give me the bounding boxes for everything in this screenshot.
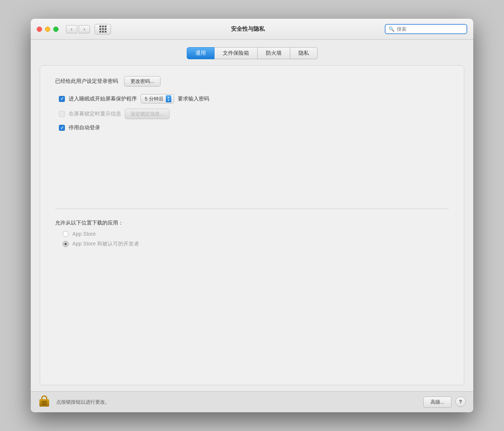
change-password-button[interactable]: 更改密码...: [124, 76, 160, 87]
radio-appstore-label: App Store: [72, 231, 96, 237]
allow-downloads-section: 允许从以下位置下载的应用： App Store App Store 和被认可的开…: [55, 220, 449, 247]
search-input[interactable]: [397, 26, 457, 32]
advanced-button[interactable]: 高级...: [423, 397, 452, 408]
lock-shackle: [41, 395, 47, 399]
password-label: 已经给此用户设定登录密码: [55, 78, 118, 85]
sleep-password-label-suffix: 要求输入密码: [178, 96, 209, 102]
allow-downloads-label: 允许从以下位置下载的应用：: [55, 220, 449, 226]
content-area: 通用 文件保险箱 防火墙 隐私 已经给此用户设定登录密码 更改密码... 进入睡…: [31, 40, 473, 391]
lock-message-label: 在屏幕锁定时显示信息: [69, 111, 121, 117]
set-lock-message-button: 设定锁定信息...: [125, 109, 170, 119]
auto-login-row: 停用自动登录: [59, 124, 449, 131]
lock-line-3: [42, 404, 47, 405]
tab-general[interactable]: 通用: [187, 47, 214, 59]
minimize-button[interactable]: [45, 27, 50, 32]
lock-lines: [42, 401, 47, 405]
bottom-buttons: 高级... ?: [423, 397, 466, 408]
radio-appstore-devs[interactable]: [63, 241, 69, 247]
dropdown-arrows: ▲ ▼: [166, 95, 171, 102]
radio-appstore-row: App Store: [63, 231, 449, 237]
divider: [55, 209, 449, 209]
sleep-password-checkbox[interactable]: [59, 96, 65, 102]
auto-login-label: 停用自动登录: [69, 124, 100, 131]
time-dropdown-value: 5 分钟后: [145, 96, 164, 102]
lock-line-2: [42, 403, 47, 403]
lock-body: [39, 399, 49, 407]
tab-firewall[interactable]: 防火墙: [258, 47, 290, 59]
lock-icon[interactable]: [38, 395, 50, 409]
titlebar: ‹ › 安全性与隐私 🔍: [31, 19, 473, 40]
tab-bar: 通用 文件保险箱 防火墙 隐私: [40, 47, 464, 59]
traffic-lights: [37, 27, 58, 32]
lock-line-1: [42, 401, 47, 402]
auto-login-checkbox[interactable]: [59, 125, 65, 131]
grid-view-button[interactable]: [94, 24, 111, 34]
lock-status-text: 点按锁按钮以进行更改。: [56, 399, 417, 406]
radio-appstore[interactable]: [63, 231, 69, 237]
grid-icon: [99, 25, 106, 33]
bottom-bar: 点按锁按钮以进行更改。 高级... ?: [31, 391, 473, 412]
forward-button[interactable]: ›: [79, 25, 90, 33]
maximize-button[interactable]: [53, 27, 58, 32]
tab-privacy[interactable]: 隐私: [290, 47, 318, 59]
arrow-down-icon: ▼: [167, 99, 170, 102]
radio-appstore-devs-row: App Store 和被认可的开发者: [63, 241, 449, 247]
settings-panel: 已经给此用户设定登录密码 更改密码... 进入睡眠或开始屏幕保护程序 5 分钟后…: [40, 65, 464, 385]
radio-group: App Store App Store 和被认可的开发者: [63, 231, 449, 247]
main-window: ‹ › 安全性与隐私 🔍 通用 文件保险箱 防火墙 隐私: [31, 19, 473, 412]
lock-message-row: 在屏幕锁定时显示信息 设定锁定信息...: [59, 109, 449, 119]
sleep-password-row: 进入睡眠或开始屏幕保护程序 5 分钟后 ▲ ▼ 要求输入密码: [59, 94, 449, 103]
search-icon: 🔍: [388, 26, 394, 32]
sleep-password-label-prefix: 进入睡眠或开始屏幕保护程序: [69, 96, 137, 102]
close-button[interactable]: [37, 27, 42, 32]
help-button[interactable]: ?: [455, 397, 466, 407]
arrow-up-icon: ▲: [167, 96, 170, 99]
checkbox-section: 进入睡眠或开始屏幕保护程序 5 分钟后 ▲ ▼ 要求输入密码 在屏幕锁定时显示信…: [59, 94, 449, 131]
tab-filevault[interactable]: 文件保险箱: [214, 47, 258, 59]
window-title: 安全性与隐私: [116, 25, 380, 33]
time-dropdown[interactable]: 5 分钟后 ▲ ▼: [141, 94, 174, 103]
radio-appstore-devs-label: App Store 和被认可的开发者: [72, 241, 139, 247]
password-row: 已经给此用户设定登录密码 更改密码...: [55, 76, 449, 87]
lock-message-checkbox[interactable]: [59, 111, 65, 117]
search-bar[interactable]: 🔍: [385, 24, 467, 34]
nav-buttons: ‹ ›: [66, 25, 90, 33]
back-button[interactable]: ‹: [66, 25, 77, 33]
